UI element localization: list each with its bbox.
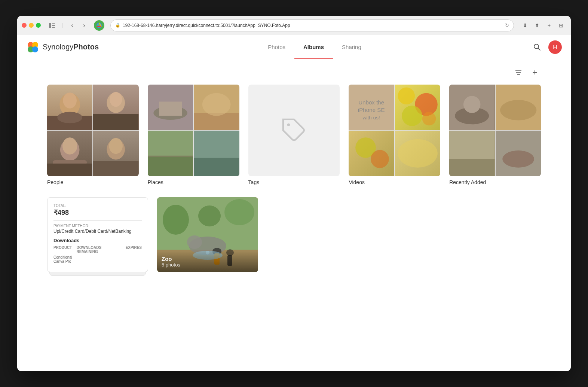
album-people-thumb xyxy=(47,85,139,176)
downloads-title: Downloads xyxy=(53,238,142,243)
album-videos-label: Videos xyxy=(349,179,440,185)
album-recent-thumb xyxy=(449,85,541,176)
add-button[interactable]: + xyxy=(529,67,541,79)
system-albums-grid: People xyxy=(47,85,541,185)
app-nav: Photos Albums Sharing xyxy=(259,35,370,59)
svg-point-54 xyxy=(463,96,481,113)
svg-point-63 xyxy=(224,199,254,225)
album-videos[interactable]: Unbox the iPhone SE with us! xyxy=(349,85,440,185)
downloads-row-canva: Conditional xyxy=(53,255,142,259)
people-photo-3 xyxy=(47,131,92,176)
minimize-button[interactable] xyxy=(29,23,34,28)
album-people-label: People xyxy=(47,179,139,185)
search-button[interactable] xyxy=(530,40,544,54)
people-photo-1 xyxy=(47,85,92,130)
svg-point-67 xyxy=(187,235,202,249)
places-photo-4 xyxy=(194,131,239,176)
app-title-suffix: Photos xyxy=(73,43,99,51)
purchase-total-label: TOTAL: xyxy=(53,204,142,208)
svg-rect-36 xyxy=(148,156,193,176)
share-icon[interactable]: ⬆ xyxy=(532,20,542,31)
purchase-payment-label: PAYMENT METHOD: xyxy=(53,224,142,228)
user-avatar[interactable]: H xyxy=(548,40,562,54)
svg-point-34 xyxy=(202,93,231,116)
close-button[interactable] xyxy=(22,23,27,28)
svg-text:with us!: with us! xyxy=(362,115,380,121)
forward-button[interactable]: › xyxy=(79,20,89,31)
browser-window: ‹ › 🔒 192-168-68-146.harryjerry.direct.q… xyxy=(17,16,571,371)
videos-photo-1: Unbox the iPhone SE with us! xyxy=(349,85,394,130)
svg-rect-3 xyxy=(52,27,55,28)
svg-text:iPhone SE: iPhone SE xyxy=(358,107,385,113)
album-recently-added[interactable]: Recently Added xyxy=(449,85,541,185)
svg-rect-25 xyxy=(47,164,92,176)
zoo-count: 5 photos xyxy=(162,262,254,268)
svg-point-27 xyxy=(109,138,123,154)
sidebar-toggle-button[interactable] xyxy=(47,20,57,31)
svg-point-9 xyxy=(32,46,38,52)
zoo-title: Zoo xyxy=(162,256,254,262)
album-zoo[interactable]: Zoo 5 photos xyxy=(157,197,258,272)
new-tab-icon[interactable]: + xyxy=(544,20,554,31)
videos-photo-3 xyxy=(349,131,394,176)
download-icon[interactable]: ⬇ xyxy=(520,20,530,31)
address-bar[interactable]: 🔒 192-168-68-146.harryjerry.direct.quick… xyxy=(110,19,514,31)
nav-sharing[interactable]: Sharing xyxy=(333,36,370,59)
downloads-col-product: PRODUCT xyxy=(53,246,72,254)
purchase-total-value: ₹498 xyxy=(53,208,142,217)
album-tags-label: Tags xyxy=(248,179,340,185)
logo-svg xyxy=(26,40,40,54)
app-logo[interactable]: SynologyPhotos xyxy=(26,40,99,54)
svg-rect-58 xyxy=(449,159,494,176)
album-people[interactable]: People xyxy=(47,85,139,185)
places-photo-1 xyxy=(148,85,193,130)
svg-point-18 xyxy=(57,112,82,123)
downloads-col-remaining: DOWNLOADS REMAINING xyxy=(76,246,121,254)
svg-point-20 xyxy=(110,92,122,107)
downloads-product-name-2: Canva Pro xyxy=(53,259,71,263)
app-title-prefix: Synology xyxy=(43,43,73,51)
svg-rect-39 xyxy=(194,158,239,176)
lock-icon: 🔒 xyxy=(115,23,120,28)
downloads-header: PRODUCT DOWNLOADS REMAINING EXPIRES Cond… xyxy=(53,246,142,263)
places-photo-2 xyxy=(194,85,239,130)
svg-point-62 xyxy=(163,205,189,235)
videos-photo-2 xyxy=(395,85,440,130)
album-places-thumb xyxy=(148,85,239,176)
places-photo-3 xyxy=(148,131,193,176)
main-content: + xyxy=(17,59,571,371)
svg-rect-28 xyxy=(93,161,138,176)
svg-point-56 xyxy=(500,100,536,121)
back-button[interactable]: ‹ xyxy=(67,20,77,31)
browser-actions: ⬇ ⬆ + ⊞ xyxy=(520,20,566,31)
purchase-payment-value: Upi/Credit Card/Debit Card/NetBanking xyxy=(53,229,142,234)
reload-icon[interactable]: ↻ xyxy=(505,22,509,28)
svg-rect-31 xyxy=(159,102,182,116)
purchase-card[interactable]: TOTAL: ₹498 PAYMENT METHOD: Upi/Credit C… xyxy=(47,197,148,272)
nav-buttons: ‹ › xyxy=(67,20,89,31)
nav-albums[interactable]: Albums xyxy=(294,36,333,59)
recent-photo-4 xyxy=(496,131,541,176)
recent-photo-3 xyxy=(449,131,494,176)
svg-rect-21 xyxy=(93,114,138,130)
svg-text:Unbox the: Unbox the xyxy=(359,99,385,106)
grid-icon[interactable]: ⊞ xyxy=(556,20,566,31)
svg-point-47 xyxy=(402,106,422,126)
album-tags[interactable]: Tags xyxy=(248,85,340,185)
album-videos-thumb: Unbox the iPhone SE with us! xyxy=(349,85,440,176)
videos-photo-4 xyxy=(395,131,440,176)
svg-point-50 xyxy=(371,150,389,168)
recent-photo-1 xyxy=(449,85,494,130)
svg-point-45 xyxy=(398,88,415,105)
svg-point-23 xyxy=(62,138,77,155)
app-title: SynologyPhotos xyxy=(43,43,99,51)
album-tags-thumb xyxy=(248,85,340,176)
sort-button[interactable] xyxy=(512,67,524,79)
app-header: SynologyPhotos Photos Albums Sharing H xyxy=(17,35,571,59)
svg-line-11 xyxy=(538,48,540,50)
album-places[interactable]: Places xyxy=(148,85,239,185)
maximize-button[interactable] xyxy=(36,23,41,28)
nav-photos[interactable]: Photos xyxy=(259,36,294,59)
svg-point-64 xyxy=(198,205,221,226)
svg-point-60 xyxy=(502,151,534,168)
